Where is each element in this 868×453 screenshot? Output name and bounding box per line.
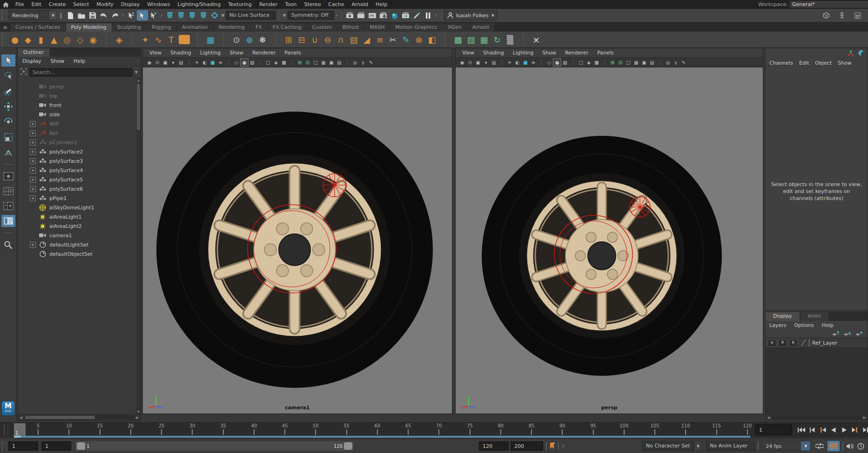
layer-row[interactable]: V P R Ref_Layer <box>766 338 868 348</box>
wireframe-on-shaded-icon[interactable]: ▩ <box>593 59 600 66</box>
expand-toggle-icon[interactable]: + <box>30 140 36 146</box>
expand-toggle-icon[interactable]: + <box>30 149 36 155</box>
character-set-dropdown[interactable]: No Character Set <box>642 441 694 451</box>
field-chart-icon[interactable]: ▦ <box>632 59 640 66</box>
select-by-hierarchy-button[interactable] <box>126 10 137 20</box>
grease-pencil-icon[interactable]: ✎ <box>680 59 687 66</box>
gamma-icon[interactable]: γ <box>672 59 680 66</box>
time-node-button[interactable]: ⊕ <box>243 33 256 46</box>
boolean-intersection-button[interactable]: ∩ <box>334 33 347 46</box>
outliner-item[interactable]: + side <box>18 110 141 119</box>
loop-playback-icon[interactable] <box>815 443 824 449</box>
select-camera-icon[interactable]: ◉ <box>146 59 153 66</box>
anti-aliasing-icon[interactable]: ≡ <box>530 59 537 66</box>
svg-tool-button[interactable]: svg <box>179 35 190 44</box>
poly-sphere-button[interactable]: ● <box>8 33 21 46</box>
menu-item[interactable]: Render <box>256 1 281 7</box>
textured-icon[interactable]: ▧ <box>249 59 256 66</box>
layout-single-pane-button[interactable] <box>1 170 15 182</box>
shelf-tab[interactable]: Sculpting <box>112 23 146 32</box>
exposure-icon[interactable]: ◎ <box>351 59 359 66</box>
playback-start-field[interactable]: 1 <box>41 441 71 451</box>
shelf-menu-icon[interactable]: ≡ <box>0 23 10 32</box>
menu-item[interactable]: Create <box>45 1 70 7</box>
viewport-menu-item[interactable]: Panels <box>597 50 613 56</box>
shelf-tab[interactable]: FX <box>250 23 267 32</box>
collapse-arrow[interactable]: › <box>434 12 439 19</box>
menu-item[interactable]: Texturing <box>224 1 256 7</box>
shelf-tab[interactable]: Custom <box>307 23 337 32</box>
animation-end-field[interactable]: 200 <box>511 441 543 451</box>
viewport-menu-item[interactable]: View <box>149 50 161 56</box>
wireframe-icon[interactable]: ◇ <box>545 59 553 66</box>
workspace-layout-icon[interactable] <box>852 10 863 20</box>
time-slider[interactable]: 5101520253035404550556065707580859095100… <box>0 422 868 438</box>
workspace-character-icon[interactable] <box>836 10 848 20</box>
gate-mask-icon[interactable]: ⊟ <box>617 59 624 66</box>
select-tool[interactable] <box>1 54 15 67</box>
shelf-tab[interactable]: Motion Graphics <box>390 23 442 32</box>
snap-align-tool[interactable] <box>1 147 15 159</box>
current-time-marker[interactable]: 1 <box>14 423 26 437</box>
delete-history-button[interactable]: × <box>530 33 543 46</box>
snap-to-projected-center-button[interactable] <box>198 10 209 20</box>
lock-camera-icon[interactable]: ⊙ <box>154 59 161 66</box>
timeline-grip[interactable] <box>4 425 8 435</box>
outliner-item[interactable]: + WIP <box>18 119 141 128</box>
isol ate-select-icon[interactable]: □ <box>264 59 272 66</box>
pause-viewport-button[interactable] <box>423 10 434 20</box>
collapse-arrow[interactable]: › <box>334 12 339 19</box>
safe-title-icon[interactable]: ▤ <box>648 59 656 66</box>
expand-toggle-icon[interactable]: + <box>30 158 36 164</box>
step-forward-one-key-button[interactable] <box>850 425 860 434</box>
camera-attributes-icon[interactable]: ▣ <box>161 59 169 66</box>
attribute-editor-toggle-icon[interactable] <box>858 50 864 57</box>
bridge-button[interactable]: ≡ <box>373 33 386 46</box>
image-plane-icon[interactable]: ▤ <box>177 59 185 66</box>
paint-select-tool[interactable] <box>1 85 15 97</box>
user-account-menu[interactable]: Isaiah Folkes ▼ <box>444 10 498 20</box>
uv-snapshot-button[interactable]: ▨ <box>464 33 478 46</box>
fps-dropdown[interactable]: 24 fps ▼ <box>761 441 811 451</box>
film-gate-icon[interactable]: □ <box>625 59 632 66</box>
playback-end-field[interactable]: 120 <box>479 441 509 451</box>
viewport-menu-item[interactable]: Lighting <box>513 50 533 56</box>
collapse-arrow[interactable]: › <box>121 12 126 19</box>
home-icon[interactable] <box>0 2 12 7</box>
outliner-item[interactable]: + camera1 <box>18 231 141 240</box>
symmetry-field[interactable]: Symmetry: Off <box>288 11 334 20</box>
make-live-button[interactable] <box>209 10 220 20</box>
film-gate-icon[interactable]: □ <box>312 59 319 66</box>
menu-item[interactable]: Help <box>372 1 391 7</box>
workspace-cube-icon[interactable] <box>821 10 832 20</box>
separate-button[interactable]: ⊟ <box>295 33 308 46</box>
viewport-menu-item[interactable]: Lighting <box>200 50 221 56</box>
range-slider[interactable]: 1 120 <box>75 441 354 451</box>
open-scene-button[interactable] <box>76 10 87 20</box>
viewport-camera1-canvas[interactable]: camera1 <box>143 67 452 413</box>
platonic-solid-button[interactable]: ◈ <box>113 33 126 46</box>
uv-editor-button[interactable]: ▩ <box>451 33 464 46</box>
channel-box-toggle-icon[interactable] <box>848 50 854 57</box>
wireframe-on-shaded-icon[interactable]: ▩ <box>280 59 288 66</box>
animation-preferences-icon[interactable] <box>857 443 864 450</box>
snap-options-arrow[interactable]: ▼ <box>220 13 226 18</box>
outliner-tab[interactable]: Outliner <box>18 48 49 57</box>
mirror-button[interactable]: ◧ <box>425 33 438 46</box>
outliner-item[interactable]: + aiAreaLight1 <box>18 212 141 221</box>
expand-toggle-icon[interactable]: + <box>30 177 36 183</box>
viewport-menu-item[interactable]: Shading <box>170 50 191 56</box>
checker-map-button[interactable]: ▒ <box>504 33 517 46</box>
poly-disc-button[interactable]: ◉ <box>87 33 100 46</box>
channel-box-menu-item[interactable]: Object <box>815 60 832 66</box>
super-shape-button[interactable]: ✦ <box>139 33 152 46</box>
viewport-menu-item[interactable]: Renderer <box>252 50 276 56</box>
bevel-button[interactable]: ◢ <box>360 33 373 46</box>
bookmarks-icon[interactable]: ▾ <box>169 59 177 66</box>
boolean-difference-button[interactable]: ⊖ <box>321 33 334 46</box>
expand-toggle-icon[interactable]: + <box>30 167 36 173</box>
smooth-shade-icon[interactable]: ● <box>241 59 248 66</box>
boolean-union-button[interactable]: ∪ <box>308 33 321 46</box>
shelf-tab[interactable]: Arnold <box>467 23 494 32</box>
range-start-handle[interactable] <box>77 442 85 450</box>
